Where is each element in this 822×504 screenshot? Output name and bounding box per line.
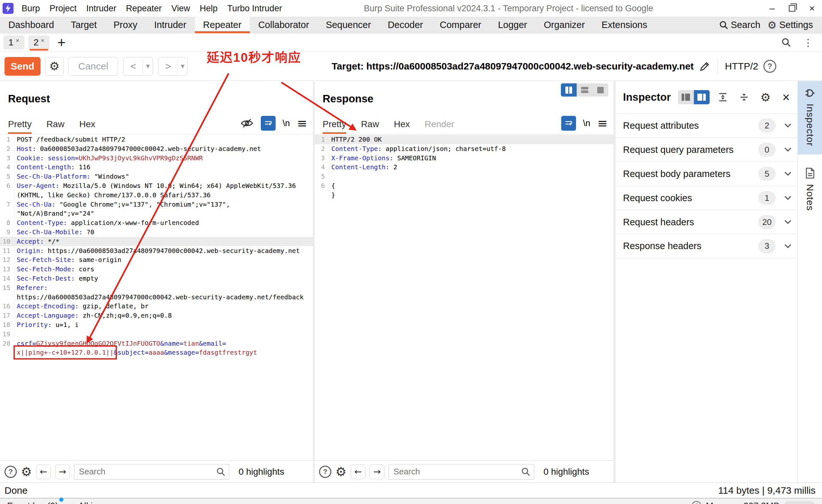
inspector-section-query-params[interactable]: Request query parameters 0 — [615, 137, 798, 161]
menu-turbo-intruder[interactable]: Turbo Intruder — [223, 0, 287, 17]
code-line[interactable]: 3Cookie: session=UKhJwP9s3jOyvL9kGhvVPR9… — [0, 153, 313, 163]
chevron-down-icon[interactable] — [784, 243, 792, 249]
response-tab-render[interactable]: Render — [425, 119, 454, 134]
newline-toggle[interactable]: \n — [583, 118, 590, 128]
search-button[interactable]: Search — [717, 20, 762, 30]
inspector-section-response-headers[interactable]: Response headers 3 — [615, 234, 798, 258]
search-settings-gear-icon[interactable]: ⚙ — [21, 465, 32, 479]
expand-all-icon[interactable] — [718, 92, 728, 102]
cancel-button[interactable]: Cancel — [68, 57, 118, 76]
code-line[interactable]: 12Sec-Fetch-Site: same-origin — [0, 255, 313, 265]
code-line[interactable]: 1POST /feedback/submit HTTP/2 — [0, 135, 313, 144]
next-match-button[interactable]: → — [55, 464, 70, 479]
code-line[interactable]: 2Content-Type: application/json; charset… — [315, 144, 613, 153]
code-line[interactable]: 16Accept-Encoding: gzip, deflate, br — [0, 302, 313, 311]
layout-single-button[interactable] — [592, 83, 608, 96]
response-tab-raw[interactable]: Raw — [361, 119, 379, 134]
inspector-section-cookies[interactable]: Request cookies 1 — [615, 186, 798, 210]
sidebar-tab-notes[interactable]: Notes — [798, 161, 822, 219]
prev-match-button[interactable]: ← — [36, 464, 51, 479]
kebab-menu-icon[interactable]: ⋮ — [803, 37, 813, 48]
restore-button[interactable] — [782, 0, 802, 17]
inspector-settings-gear-icon[interactable]: ⚙ — [761, 91, 771, 104]
layout-rows-button[interactable] — [577, 83, 592, 96]
code-line[interactable]: 4Content-Length: 2 — [315, 162, 613, 172]
code-line[interactable]: 3X-Frame-Options: SAMEORIGIN — [315, 153, 613, 163]
add-tab-button[interactable]: + — [57, 36, 66, 49]
prev-match-button[interactable]: ← — [351, 464, 365, 479]
code-line[interactable]: (KHTML, like Gecko) Chrome/137.0.0.0 Saf… — [0, 190, 313, 200]
chevron-down-icon[interactable] — [784, 171, 792, 176]
tab-organizer[interactable]: Organizer — [535, 17, 593, 33]
newline-toggle[interactable]: \n — [283, 118, 290, 128]
repeater-tab-2[interactable]: 2 × — [28, 35, 50, 50]
tab-logger[interactable]: Logger — [490, 17, 535, 33]
code-line[interactable]: 5 — [315, 172, 613, 181]
search-settings-gear-icon[interactable]: ⚙ — [336, 465, 346, 479]
tab-extensions[interactable]: Extensions — [593, 17, 656, 33]
tab-dashboard[interactable]: Dashboard — [0, 17, 62, 33]
dock-right-button[interactable] — [694, 90, 710, 104]
code-line[interactable]: 9Sec-Ch-Ua-Mobile: ?0 — [0, 227, 313, 237]
next-match-button[interactable]: → — [370, 464, 384, 479]
menu-view[interactable]: View — [166, 0, 195, 17]
close-tab-icon[interactable]: × — [16, 37, 19, 44]
close-tab-icon[interactable]: × — [41, 37, 44, 44]
tab-repeater[interactable]: Repeater — [195, 17, 250, 33]
request-tab-raw[interactable]: Raw — [46, 119, 64, 134]
word-wrap-toggle[interactable] — [261, 116, 276, 131]
settings-button[interactable]: ⚙ Settings — [766, 19, 815, 31]
search-tabs-icon[interactable] — [781, 38, 791, 47]
forward-history-button[interactable]: > ▼ — [158, 57, 188, 76]
code-line[interactable]: 19 — [0, 330, 313, 339]
hide-eye-icon[interactable] — [240, 118, 254, 128]
menu-burp[interactable]: Burp — [17, 0, 45, 17]
inspector-section-request-headers[interactable]: Request headers 20 — [615, 210, 798, 234]
caret-down-icon[interactable]: ▼ — [143, 57, 152, 75]
chevron-down-icon[interactable] — [784, 147, 792, 152]
request-editor[interactable]: 1POST /feedback/submit HTTP/22Host: 0a60… — [0, 134, 313, 461]
response-search-input[interactable] — [389, 464, 534, 480]
help-icon[interactable]: ? — [5, 466, 17, 478]
code-line[interactable]: 5Sec-Ch-Ua-Platform: "Windows" — [0, 172, 313, 181]
code-line[interactable]: "Not/A)Brand";v="24" — [0, 209, 313, 218]
tab-proxy[interactable]: Proxy — [105, 17, 145, 33]
code-line[interactable]: 6User-Agent: Mozilla/5.0 (Windows NT 10.… — [0, 181, 313, 190]
code-line[interactable]: 15Referer: — [0, 283, 313, 293]
send-options-button[interactable]: ⚙ — [45, 57, 64, 76]
code-line[interactable]: 18Priority: u=1, i — [0, 320, 313, 330]
collapse-all-icon[interactable] — [739, 92, 749, 102]
all-issues-tab[interactable]: All issues — [78, 501, 116, 504]
tab-comparer[interactable]: Comparer — [431, 17, 490, 33]
response-tab-hex[interactable]: Hex — [394, 119, 410, 134]
inspector-section-request-attributes[interactable]: Request attributes 2 — [615, 113, 798, 137]
code-line[interactable]: 8Content-Type: application/x-www-form-ur… — [0, 218, 313, 227]
help-icon[interactable]: ? — [763, 60, 776, 73]
tab-decoder[interactable]: Decoder — [379, 17, 431, 33]
edit-pencil-icon[interactable] — [699, 60, 711, 72]
send-button[interactable]: Send — [5, 57, 41, 76]
code-line[interactable]: 17Accept-Language: zh-CN,zh;q=0.9,en;q=0… — [0, 311, 313, 320]
response-viewer[interactable]: 1HTTP/2 200 OK2Content-Type: application… — [315, 134, 613, 461]
help-icon[interactable]: ? — [319, 466, 331, 478]
code-line[interactable]: 13Sec-Fetch-Mode: cors — [0, 265, 313, 274]
tab-collaborator[interactable]: Collaborator — [250, 17, 318, 33]
response-tab-pretty[interactable]: Pretty — [323, 119, 346, 134]
sidebar-tab-inspector[interactable]: Inspector — [798, 81, 822, 154]
menu-repeater[interactable]: Repeater — [121, 0, 166, 17]
dock-left-button[interactable] — [678, 90, 694, 104]
request-tab-pretty[interactable]: Pretty — [8, 119, 32, 134]
minimize-button[interactable]: – — [762, 0, 782, 17]
code-line[interactable]: 1HTTP/2 200 OK — [315, 135, 613, 144]
editor-menu-icon[interactable]: ≡ — [297, 118, 307, 128]
panel-divider[interactable] — [613, 81, 615, 482]
request-tab-hex[interactable]: Hex — [79, 119, 95, 134]
code-line[interactable]: x||ping+-c+10+127.0.0.1||&subject=aaaa&m… — [0, 348, 313, 357]
code-line[interactable]: 11Origin: https://0a60008503ad27a4809794… — [0, 246, 313, 256]
code-line[interactable]: } — [315, 190, 613, 200]
inspector-section-body-params[interactable]: Request body parameters 5 — [615, 161, 798, 186]
code-line[interactable]: 4Content-Length: 116 — [0, 162, 313, 172]
code-line[interactable]: https://0a60008503ad27a48097947000c00042… — [0, 293, 313, 302]
tab-intruder[interactable]: Intruder — [146, 17, 195, 33]
back-history-button[interactable]: < ▼ — [123, 57, 153, 76]
